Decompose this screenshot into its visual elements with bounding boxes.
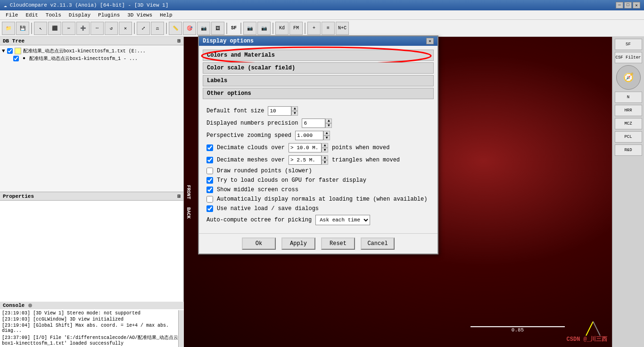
precision-input[interactable]	[302, 118, 325, 128]
console-scrollbar[interactable]	[178, 310, 184, 347]
tb-sf-label: SF	[229, 25, 239, 32]
tb-pick[interactable]: 🎯	[183, 22, 196, 35]
dc-up[interactable]: ▲	[322, 143, 328, 148]
tb-camuro1[interactable]: 📷	[243, 22, 256, 35]
colors-materials-section[interactable]: Colors and Materials	[203, 50, 434, 61]
auto-octree-select[interactable]: Ask each time Always Never	[315, 215, 370, 225]
decimate-clouds-checkbox[interactable]	[206, 144, 213, 151]
decimate-clouds-suffix: points when moved	[332, 144, 389, 151]
close-app-button[interactable]: ✕	[633, 2, 640, 8]
decimate-meshes-input[interactable]	[289, 155, 322, 165]
rsb-csf-filter[interactable]: CSF Filter	[615, 52, 642, 63]
auto-octree-label: Auto-compute octree for picking	[206, 217, 312, 223]
tb-create[interactable]: +	[307, 22, 321, 35]
menu-edit[interactable]: Edit	[22, 11, 41, 19]
dc-down[interactable]: ▼	[322, 148, 328, 152]
tb-rotate[interactable]: ↺	[105, 22, 118, 35]
rsb-mcz[interactable]: MCZ	[615, 118, 642, 129]
tb-seg[interactable]: ✂	[62, 22, 75, 35]
other-options-section[interactable]: Other options	[203, 88, 434, 99]
tree-child-checkbox[interactable]	[13, 56, 19, 61]
rsb-hrr[interactable]: HRR	[615, 105, 642, 116]
tb-translate[interactable]: ⤢	[137, 22, 150, 35]
precision-down[interactable]: ▼	[325, 123, 332, 128]
decimate-clouds-spinbox-group: ▲ ▼	[289, 143, 328, 152]
zoom-speed-down[interactable]: ▼	[323, 135, 330, 140]
tree-folder-icon	[15, 48, 21, 54]
menu-tools[interactable]: Tools	[42, 11, 65, 19]
tb-open[interactable]: 📁	[2, 22, 15, 35]
decimate-meshes-suffix: triangles when moved	[332, 157, 400, 163]
draw-rounded-checkbox[interactable]	[206, 168, 213, 174]
dm-up[interactable]: ▲	[322, 155, 328, 160]
tb-camuro2[interactable]: 📷	[257, 22, 271, 35]
font-size-up[interactable]: ▲	[291, 106, 298, 111]
cancel-button[interactable]: Cancel	[361, 237, 395, 250]
console-line-2: [23:19:03] [ccGLWindow] 3D view initiali…	[2, 316, 182, 322]
tb-move[interactable]: ↔	[91, 22, 104, 35]
tb-cam[interactable]: 📷	[197, 22, 210, 35]
native-load-checkbox[interactable]	[206, 205, 213, 212]
tree-child-item[interactable]: ● 配准结果_动态点云box1-kinecttosfm_1 - ...	[2, 55, 182, 62]
scale-bar: 0.85	[471, 326, 565, 333]
auto-normals-row: Automatically display normals at loading…	[206, 195, 430, 204]
decimate-meshes-arrows: ▲ ▼	[322, 155, 328, 165]
tree-root-item[interactable]: ▼ 配准结果_动态点云box1-kinecttosfm_1.txt (E:...	[2, 47, 182, 55]
compass-icon: 🧭	[623, 72, 634, 83]
tree-point-cloud-icon: ●	[21, 55, 27, 62]
decimate-clouds-arrows: ▲ ▼	[322, 143, 328, 152]
gpu-checkbox[interactable]	[206, 177, 213, 184]
tb-close-x[interactable]: ✕	[119, 22, 132, 35]
zoom-speed-up[interactable]: ▲	[323, 131, 330, 135]
title-bar-controls: — □ ✕	[616, 2, 640, 8]
display-options-dialog[interactable]: Display options ✕ Colors and Materials C…	[198, 35, 438, 254]
tb-scale-tool[interactable]: ⚖	[151, 22, 164, 35]
menu-file[interactable]: File	[2, 11, 22, 19]
tb-kd[interactable]: Kd	[275, 22, 289, 35]
rsb-sf-ramp[interactable]: SF	[615, 39, 642, 50]
precision-up[interactable]: ▲	[325, 118, 332, 123]
gpu-label: Try to load clouds on GPU for faster dis…	[217, 177, 366, 184]
minimize-button[interactable]: —	[616, 2, 623, 8]
rsb-n[interactable]: N	[615, 92, 642, 103]
dialog-close-button[interactable]: ✕	[426, 38, 434, 44]
restore-button[interactable]: □	[624, 2, 632, 8]
tb-measure[interactable]: 📏	[169, 22, 182, 35]
console-title: Console	[3, 303, 25, 308]
tb-save[interactable]: 💾	[16, 22, 29, 35]
tb-points[interactable]: ⬛	[48, 22, 61, 35]
menu-3dviews[interactable]: 3D Views	[124, 11, 156, 19]
tree-expand-arrow[interactable]: ▼	[2, 48, 5, 54]
db-tree-title: DB Tree	[3, 38, 25, 44]
menu-help[interactable]: Help	[156, 11, 176, 19]
middle-cross-checkbox[interactable]	[206, 186, 213, 193]
menu-plugins[interactable]: Plugins	[94, 11, 124, 19]
tb-fm[interactable]: FM	[289, 22, 303, 35]
options-content: Default font size ▲ ▼ Displayed numbers …	[203, 102, 434, 229]
decimate-meshes-checkbox[interactable]	[206, 157, 213, 163]
rsb-rd[interactable]: R&D	[615, 144, 642, 156]
nav-back-label: BACK	[186, 207, 191, 219]
apply-button[interactable]: Apply	[281, 237, 315, 250]
reset-button[interactable]: Reset	[321, 237, 355, 250]
labels-section[interactable]: Labels	[203, 75, 434, 86]
font-size-down[interactable]: ▼	[291, 111, 298, 116]
rsb-pcl[interactable]: PCL	[615, 131, 642, 143]
tree-root-checkbox[interactable]	[7, 48, 13, 54]
tb-classify[interactable]: ≡	[322, 22, 335, 35]
svg-line-0	[586, 322, 593, 336]
tb-select[interactable]: ↖	[34, 22, 47, 35]
tb-nplus[interactable]: N+C	[336, 22, 349, 35]
menu-display[interactable]: Display	[65, 11, 94, 19]
zoom-speed-input[interactable]	[295, 131, 323, 140]
tb-screenshot[interactable]: 🖼	[211, 22, 224, 35]
default-font-size-input[interactable]	[268, 106, 291, 116]
tb-add[interactable]: ➕	[76, 22, 90, 35]
ok-button[interactable]: Ok	[242, 237, 276, 250]
auto-normals-checkbox[interactable]	[206, 196, 213, 203]
dm-down[interactable]: ▼	[322, 160, 328, 165]
color-scale-section[interactable]: Color scale (scalar field)	[203, 62, 434, 74]
rsb-compass-btn[interactable]: 🧭	[616, 65, 641, 90]
decimate-clouds-input[interactable]	[289, 143, 322, 152]
precision-label: Displayed numbers precision	[206, 120, 298, 127]
